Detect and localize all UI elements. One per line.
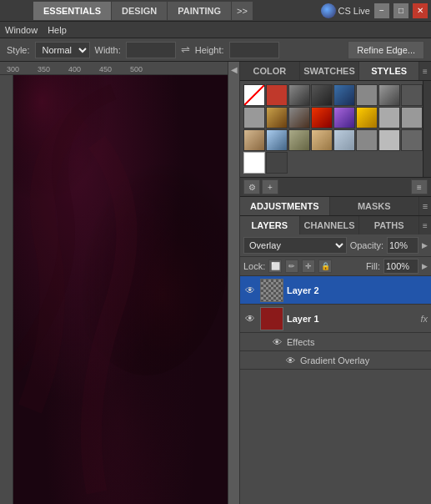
tab-paths[interactable]: PATHS bbox=[359, 216, 419, 234]
tab-color[interactable]: COLOR bbox=[240, 62, 300, 80]
fill-label: Fill: bbox=[366, 261, 380, 271]
ruler-left bbox=[0, 75, 13, 504]
swatch-15[interactable] bbox=[401, 107, 423, 129]
layer-item-layer2[interactable]: 👁 Layer 2 bbox=[240, 276, 431, 305]
style-label: Style: bbox=[7, 45, 30, 55]
swatch-4[interactable] bbox=[333, 84, 355, 106]
swatch-10[interactable] bbox=[288, 107, 310, 129]
lock-pixel-icon[interactable]: ⬜ bbox=[268, 260, 282, 273]
effects-eye-icon[interactable]: 👁 bbox=[270, 335, 283, 349]
refine-edge-button[interactable]: Refine Edge... bbox=[348, 41, 424, 59]
tab-swatches[interactable]: SWATCHES bbox=[300, 62, 360, 80]
style-select[interactable]: Normal bbox=[35, 42, 90, 58]
tab-adjustments[interactable]: ADJUSTMENTS bbox=[240, 197, 330, 215]
swatch-13[interactable] bbox=[356, 107, 378, 129]
gradient-overlay-label: Gradient Overlay bbox=[300, 355, 369, 365]
swatch-1[interactable] bbox=[266, 84, 288, 106]
ruler-mark-400: 400 bbox=[68, 65, 99, 73]
swatch-3[interactable] bbox=[311, 84, 333, 106]
tab-styles[interactable]: STYLES bbox=[359, 62, 419, 80]
layers-panel-menu[interactable]: ≡ bbox=[419, 216, 431, 234]
tab-design[interactable]: DESIGN bbox=[112, 2, 167, 20]
tab-essentials[interactable]: ESSENTIALS bbox=[33, 2, 111, 20]
tab-masks[interactable]: MASKS bbox=[330, 197, 420, 215]
swatch-19[interactable] bbox=[311, 129, 333, 151]
swatch-25[interactable] bbox=[266, 152, 288, 174]
swatch-2[interactable] bbox=[288, 84, 310, 106]
swatch-20[interactable] bbox=[333, 129, 355, 151]
adjustments-panel-menu[interactable]: ≡ bbox=[419, 197, 431, 215]
lock-brush-icon[interactable]: ✏ bbox=[285, 260, 298, 273]
options-bar: Style: Normal Width: ⇌ Height: Refine Ed… bbox=[0, 38, 431, 62]
styles-panel: COLOR SWATCHES STYLES ≡ bbox=[240, 62, 431, 196]
swatch-none[interactable] bbox=[243, 84, 265, 106]
swatch-14[interactable] bbox=[378, 107, 400, 129]
lock-label: Lock: bbox=[243, 261, 265, 271]
styles-add-icon[interactable]: + bbox=[262, 179, 278, 194]
layer2-visibility-icon[interactable]: 👁 bbox=[243, 284, 257, 297]
height-label: Height: bbox=[195, 45, 224, 55]
tab-channels[interactable]: CHANNELS bbox=[300, 216, 360, 234]
styles-panel-tabs: COLOR SWATCHES STYLES ≡ bbox=[240, 62, 431, 81]
gradient-eye-icon[interactable]: 👁 bbox=[283, 354, 297, 367]
swatch-18[interactable] bbox=[288, 129, 310, 151]
opacity-arrow[interactable]: ▶ bbox=[422, 241, 428, 249]
lock-move-icon[interactable]: ✛ bbox=[302, 260, 315, 273]
svg-point-1 bbox=[63, 108, 228, 375]
tab-layers[interactable]: LAYERS bbox=[240, 216, 300, 234]
menu-window[interactable]: Window bbox=[5, 25, 38, 35]
swatch-16[interactable] bbox=[243, 129, 265, 151]
layer-item-layer1[interactable]: 👁 Layer 1 fx bbox=[240, 305, 431, 333]
panel-collapse-arrow[interactable]: ◀ bbox=[228, 62, 239, 504]
cs-live-icon bbox=[321, 3, 336, 18]
swatch-11[interactable] bbox=[311, 107, 333, 129]
effects-label: Effects bbox=[287, 337, 314, 347]
swatch-12[interactable] bbox=[333, 107, 355, 129]
menu-bar: Window Help bbox=[0, 22, 431, 38]
layer-controls: Overlay Normal Multiply Screen Opacity: … bbox=[240, 234, 431, 257]
layer2-thumbnail bbox=[260, 279, 283, 302]
styles-menu-icon[interactable]: ≡ bbox=[411, 179, 428, 194]
swatch-22[interactable] bbox=[378, 129, 400, 151]
swatch-7[interactable] bbox=[401, 84, 423, 106]
swatch-6[interactable] bbox=[378, 84, 400, 106]
styles-panel-toolbar: ⚙ + ≡ bbox=[240, 177, 431, 196]
canvas-area: 300 350 400 450 500 bbox=[0, 62, 228, 504]
fill-arrow[interactable]: ▶ bbox=[422, 262, 428, 270]
height-input[interactable] bbox=[229, 42, 279, 58]
swatch-24[interactable] bbox=[243, 152, 265, 174]
maximize-button[interactable]: □ bbox=[393, 3, 408, 18]
right-panel: COLOR SWATCHES STYLES ≡ bbox=[239, 62, 431, 504]
swap-icon: ⇌ bbox=[181, 43, 190, 56]
width-input[interactable] bbox=[126, 42, 176, 58]
menu-help[interactable]: Help bbox=[48, 25, 67, 35]
layer-mode-select[interactable]: Overlay Normal Multiply Screen bbox=[243, 237, 347, 254]
ruler-mark-450: 450 bbox=[99, 65, 130, 73]
canvas-swirl bbox=[13, 75, 228, 504]
cs-live-area: CS Live − □ ✕ bbox=[321, 3, 428, 18]
swatch-8[interactable] bbox=[243, 107, 265, 129]
swatch-17[interactable] bbox=[266, 129, 288, 151]
lock-all-icon[interactable]: 🔒 bbox=[318, 260, 332, 273]
ruler-top: 300 350 400 450 500 bbox=[0, 62, 228, 75]
layer1-name: Layer 1 bbox=[287, 314, 417, 324]
swatch-23[interactable] bbox=[401, 129, 423, 151]
swatch-5[interactable] bbox=[356, 84, 378, 106]
close-button[interactable]: ✕ bbox=[413, 3, 428, 18]
ruler-mark-500: 500 bbox=[130, 65, 161, 73]
adjustments-tabs: ADJUSTMENTS MASKS ≡ bbox=[240, 197, 431, 215]
styles-panel-menu-icon[interactable]: ≡ bbox=[419, 62, 431, 80]
tab-more-button[interactable]: >> bbox=[232, 2, 253, 20]
swatch-21[interactable] bbox=[356, 129, 378, 151]
layer1-visibility-icon[interactable]: 👁 bbox=[243, 312, 257, 325]
swatches-grid bbox=[240, 81, 423, 177]
canvas-content[interactable] bbox=[13, 75, 228, 504]
tab-painting[interactable]: PAINTING bbox=[168, 2, 231, 20]
styles-settings-icon[interactable]: ⚙ bbox=[243, 179, 260, 194]
fill-input[interactable]: 100% bbox=[383, 259, 418, 274]
cs-live-label[interactable]: CS Live bbox=[338, 6, 370, 16]
opacity-input[interactable]: 10% bbox=[387, 237, 418, 254]
styles-scrollbar[interactable] bbox=[423, 81, 431, 177]
minimize-button[interactable]: − bbox=[374, 3, 389, 18]
swatch-9[interactable] bbox=[266, 107, 288, 129]
